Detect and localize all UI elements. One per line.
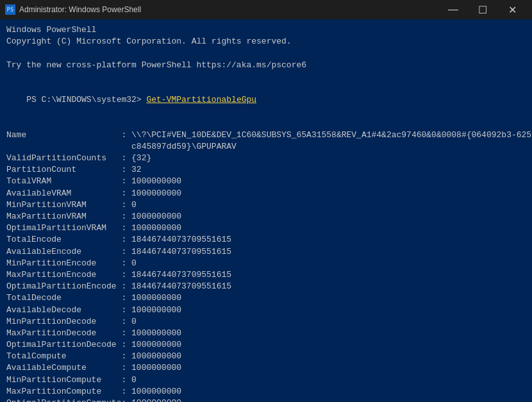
close-button[interactable]: ✕: [497, 0, 527, 19]
output-line-17: MinPartitionDecode : 0: [6, 316, 526, 328]
output-line-4: PartitionCount : 32: [6, 164, 526, 176]
output-line-12: MinPartitionEncode : 0: [6, 258, 526, 269]
output-line-0: [6, 118, 526, 130]
output-line-1: Name : \\?\PCI#VEN_10DE&DEV_1C60&SUBSYS_…: [6, 130, 526, 141]
output-line-5: TotalVRAM : 1000000000: [6, 176, 526, 187]
app-icon: PS: [5, 4, 15, 15]
prompt-line: PS C:\WINDOWS\system32> Get-VMPartitiona…: [6, 83, 526, 118]
output-line-8: MaxPartitionVRAM : 1000000000: [6, 211, 526, 222]
output-line-6: AvailableVRAM : 1000000000: [6, 188, 526, 199]
output-line-11: AvailableEncode : 18446744073709551615: [6, 246, 526, 258]
output-line-15: TotalDecode : 1000000000: [6, 292, 526, 304]
command-text: Get-VMPartitionableGpu: [146, 95, 256, 105]
output-line-10: TotalEncode : 18446744073709551615: [6, 234, 526, 246]
output-line-7: MinPartitionVRAM : 0: [6, 199, 526, 211]
header-line-2: Copyright (C) Microsoft Corporation. All…: [6, 36, 526, 47]
output-line-22: MinPartitionCompute : 0: [6, 374, 526, 386]
minimize-button[interactable]: —: [438, 0, 468, 19]
output-line-9: OptimalPartitionVRAM : 1000000000: [6, 222, 526, 234]
output-line-19: OptimalPartitionDecode : 1000000000: [6, 339, 526, 351]
output-line-14: OptimalPartitionEncode : 184467440737095…: [6, 281, 526, 292]
output-line-23: MaxPartitionCompute : 1000000000: [6, 386, 526, 398]
maximize-button[interactable]: ☐: [468, 0, 497, 19]
output-lines: Name : \\?\PCI#VEN_10DE&DEV_1C60&SUBSYS_…: [6, 118, 526, 403]
output-line-18: MaxPartitionDecode : 1000000000: [6, 328, 526, 339]
title-bar-controls: — ☐ ✕: [438, 0, 527, 19]
title-bar-text: Administrator: Windows PowerShell: [19, 5, 141, 14]
title-bar-left: PS Administrator: Windows PowerShell: [5, 4, 141, 15]
output-line-16: AvailableDecode : 1000000000: [6, 305, 526, 316]
header-line-5: [6, 71, 526, 83]
header-line-1: Windows PowerShell: [6, 24, 526, 36]
title-bar: PS Administrator: Windows PowerShell — ☐…: [0, 0, 532, 19]
header-line-4: Try the new cross-platform PowerShell ht…: [6, 60, 526, 71]
header-line-3: [6, 47, 526, 59]
prompt1: PS C:\WINDOWS\system32>: [26, 95, 146, 105]
output-line-13: MaxPartitionEncode : 1844674407370955161…: [6, 269, 526, 281]
output-line-24: OptimalPartitionCompute: 1000000000: [6, 398, 526, 402]
terminal-window[interactable]: Windows PowerShell Copyright (C) Microso…: [0, 19, 532, 402]
output-line-2: c845897dd59}\GPUPARAV: [6, 141, 526, 153]
output-line-21: AvailableCompute : 1000000000: [6, 362, 526, 374]
output-line-3: ValidPartitionCounts : {32}: [6, 153, 526, 164]
output-line-20: TotalCompute : 1000000000: [6, 351, 526, 362]
